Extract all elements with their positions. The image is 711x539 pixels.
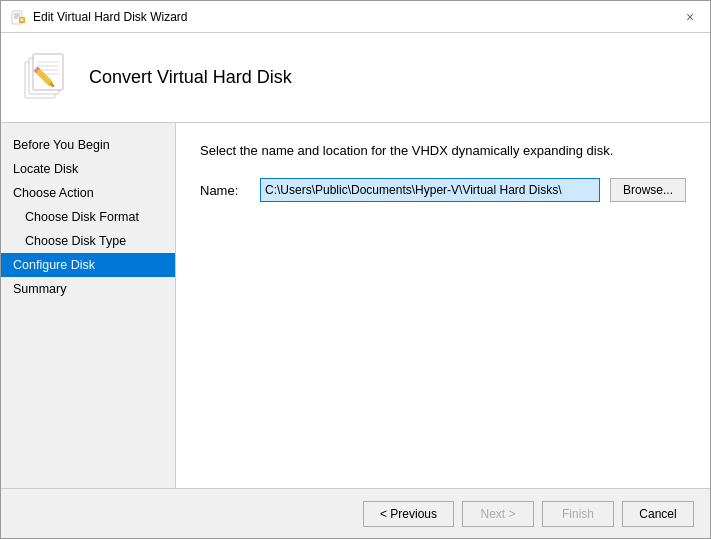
title-bar-left: Edit Virtual Hard Disk Wizard xyxy=(11,9,188,25)
sidebar-item-choose-disk-type[interactable]: Choose Disk Type xyxy=(1,229,175,253)
title-bar-title: Edit Virtual Hard Disk Wizard xyxy=(33,10,188,24)
header-title: Convert Virtual Hard Disk xyxy=(89,67,292,88)
content-area: Before You Begin Locate Disk Choose Acti… xyxy=(1,123,710,488)
sidebar-item-locate-disk[interactable]: Locate Disk xyxy=(1,157,175,181)
wizard-window: Edit Virtual Hard Disk Wizard × Conver xyxy=(0,0,711,539)
name-label: Name: xyxy=(200,183,250,198)
main-content: Select the name and location for the VHD… xyxy=(176,123,710,488)
browse-button[interactable]: Browse... xyxy=(610,178,686,202)
sidebar-item-configure-disk[interactable]: Configure Disk xyxy=(1,253,175,277)
main-description: Select the name and location for the VHD… xyxy=(200,143,686,158)
convert-disk-icon xyxy=(21,52,73,104)
finish-button[interactable]: Finish xyxy=(542,501,614,527)
next-button[interactable]: Next > xyxy=(462,501,534,527)
sidebar-item-choose-disk-format[interactable]: Choose Disk Format xyxy=(1,205,175,229)
header-area: Convert Virtual Hard Disk xyxy=(1,33,710,123)
footer-area: < Previous Next > Finish Cancel xyxy=(1,488,710,538)
previous-button[interactable]: < Previous xyxy=(363,501,454,527)
title-bar: Edit Virtual Hard Disk Wizard × xyxy=(1,1,710,33)
sidebar: Before You Begin Locate Disk Choose Acti… xyxy=(1,123,176,488)
wizard-icon xyxy=(11,9,27,25)
close-button[interactable]: × xyxy=(680,7,700,27)
name-form-row: Name: Browse... xyxy=(200,178,686,202)
sidebar-item-choose-action[interactable]: Choose Action xyxy=(1,181,175,205)
name-input[interactable] xyxy=(260,178,600,202)
sidebar-item-before-you-begin[interactable]: Before You Begin xyxy=(1,133,175,157)
sidebar-item-summary[interactable]: Summary xyxy=(1,277,175,301)
cancel-button[interactable]: Cancel xyxy=(622,501,694,527)
